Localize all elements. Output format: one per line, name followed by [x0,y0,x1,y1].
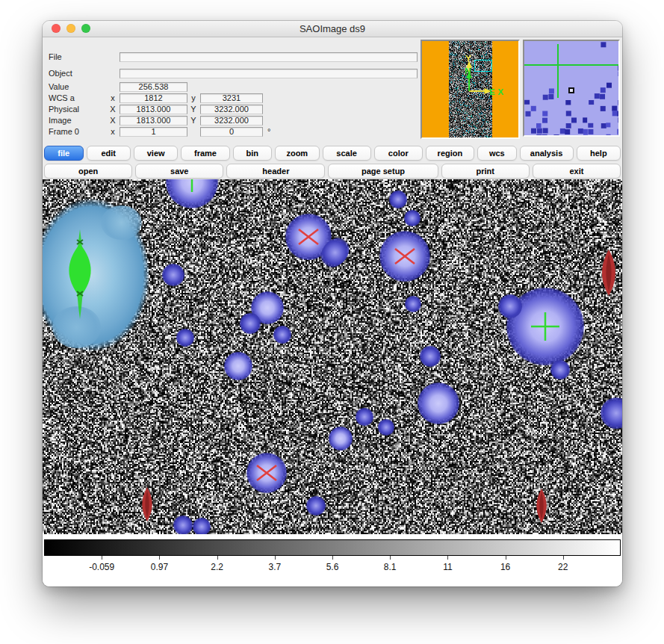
value-label: Value [49,82,69,92]
wcs-row: WCS a x 1812 y 3231 [43,93,420,103]
magnifier-crosshair-horizontal [524,64,618,66]
colorbar-tick [563,556,564,560]
svg-text:X: X [498,87,504,96]
object-label: Object [49,69,72,78]
object-field[interactable] [120,69,418,78]
colorbar-label: -0.059 [89,562,114,572]
colorbar-tick [390,556,391,560]
page-setup-button[interactable]: page setup [328,164,438,179]
header-button[interactable]: header [226,164,325,179]
magnifier[interactable] [523,40,620,137]
print-button[interactable]: print [441,164,530,179]
wcs-x-field[interactable]: 1812 [120,93,187,103]
svg-text:N: N [465,66,471,75]
colorbar-tick [159,556,160,560]
image-row: Image X 1813.000 Y 3232.000 [43,116,420,126]
physical-row: Physical X 1813.000 Y 3232.000 [43,105,420,114]
colorbar-tick [447,556,448,560]
window-title: SAOImage ds9 [43,21,622,37]
frame-row: Frame 0 x 1 0 ° [43,127,420,137]
colorbar-label: 3.7 [268,562,281,572]
title-bar[interactable]: SAOImage ds9 [43,21,622,37]
frame-rotate-field[interactable]: 0 [200,127,263,137]
menu-region[interactable]: region [426,146,474,161]
menu-help[interactable]: help [577,146,621,161]
degree-symbol: ° [267,127,270,137]
frame-label: Frame 0 [49,127,79,137]
menu-zoom[interactable]: zoom [275,146,319,161]
image-y-axis-label: Y [189,116,198,126]
frame-x-axis-label: x [108,127,117,137]
menu-file[interactable]: file [44,146,84,161]
image-y-field[interactable]: 3232.000 [200,116,263,126]
menu-bar: file edit view frame bin zoom scale colo… [44,145,621,161]
menu-scale[interactable]: scale [323,146,371,161]
colorbar-tick [275,556,276,560]
colorbar-label: 0.97 [151,562,168,572]
zoom-button[interactable] [81,24,90,33]
physical-y-axis-label: Y [189,105,198,114]
menu-frame[interactable]: frame [181,146,229,161]
file-row: File [43,52,420,62]
panner[interactable]: Y N E X [421,40,520,139]
colorbar-tick [217,556,218,560]
close-button[interactable] [52,24,60,33]
colorbar-section: -0.0590.972.23.75.68.1111622 [43,534,622,586]
colorbar-label: 5.6 [326,562,339,572]
menu-wcs[interactable]: wcs [477,146,517,161]
colorbar-label: 11 [443,562,452,572]
svg-text:Y: Y [465,53,471,63]
physical-label: Physical [49,105,79,114]
menu-color[interactable]: color [374,146,423,161]
physical-x-field[interactable]: 1813.000 [120,105,187,114]
image-x-axis-label: X [108,116,117,126]
colorbar-tick [102,556,102,560]
traffic-lights [52,24,90,33]
image-x-field[interactable]: 1813.000 [120,116,187,126]
frame-zoom-field[interactable]: 1 [120,127,187,137]
physical-x-axis-label: X [108,105,117,114]
ds9-window: SAOImage ds9 File Object Value 256.538 W… [43,21,622,586]
file-field[interactable] [120,52,418,62]
colorbar-label: 16 [500,562,510,572]
magnifier-crosshair-vertical [557,44,559,98]
menu-view[interactable]: view [134,146,178,161]
colorbar-tick [332,556,333,560]
wcs-y-field[interactable]: 3231 [200,93,263,103]
menu-bin[interactable]: bin [233,146,273,161]
minimize-button[interactable] [66,24,75,33]
wcs-label: WCS a [49,93,75,103]
image-label: Image [49,116,72,126]
colorbar-label: 22 [558,562,568,572]
menu-edit[interactable]: edit [87,146,131,161]
colorbar-gradient[interactable] [44,539,621,556]
image-display[interactable] [43,179,622,534]
file-label: File [49,52,62,62]
exit-button[interactable]: exit [533,164,621,179]
colorbar-tick [506,556,506,560]
object-row: Object [43,69,420,78]
magnifier-cursor-box [568,87,574,93]
open-button[interactable]: open [44,164,132,179]
value-field[interactable]: 256.538 [120,82,187,92]
svg-text:E: E [489,87,495,96]
region-marker-layer [43,179,622,534]
wcs-x-axis-label: x [108,93,117,103]
wcs-y-axis-label: y [189,93,198,103]
file-action-bar: open save header page setup print exit [44,163,621,179]
save-button[interactable]: save [135,164,223,179]
coordinate-panel: File Object Value 256.538 WCS a x 1812 y… [43,37,420,143]
colorbar-label: 8.1 [384,562,397,572]
physical-y-field[interactable]: 3232.000 [200,105,263,114]
menu-analysis[interactable]: analysis [520,146,574,161]
value-row: Value 256.538 [43,82,420,92]
panner-compass-icon: Y N E X [422,41,518,137]
colorbar-label: 2.2 [211,562,223,572]
